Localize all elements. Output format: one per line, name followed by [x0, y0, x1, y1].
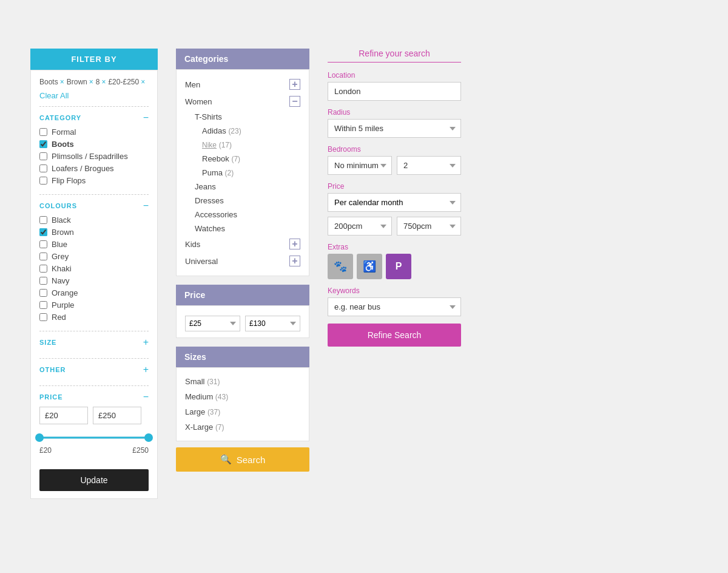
- filter-checkbox-black[interactable]: [39, 216, 47, 224]
- filter-body: Boots × Brown × 8 × £20-£250 × Clear All: [30, 70, 158, 499]
- search-icon: 🔍: [220, 454, 232, 465]
- category-toggle-men[interactable]: +: [289, 79, 300, 90]
- refine-search-button[interactable]: Refine Search: [328, 324, 461, 347]
- price-thumb-min[interactable]: [35, 433, 44, 442]
- filter-tag-size8: 8 ×: [96, 78, 106, 86]
- filter-section-category-title: CATEGORY: [39, 114, 81, 121]
- filter-checkbox-blue[interactable]: [39, 240, 47, 248]
- price-max-input[interactable]: [93, 407, 141, 424]
- extra-parking-button[interactable]: P: [386, 254, 411, 279]
- filter-checkbox-navy[interactable]: [39, 277, 47, 285]
- filter-item-blue: Blue: [39, 240, 149, 249]
- filter-checkbox-brown[interactable]: [39, 228, 47, 236]
- filter-checkbox-flipflops[interactable]: [39, 177, 47, 185]
- refine-keywords-label: Keywords: [328, 286, 461, 295]
- price-slider[interactable]: [39, 432, 149, 444]
- filter-label-navy: Navy: [52, 276, 70, 285]
- filter-checkbox-khaki[interactable]: [39, 265, 47, 273]
- filter-label-grey: Grey: [52, 252, 69, 261]
- sizes-section: Sizes Small (31) Medium (43) Large (37) …: [176, 347, 309, 441]
- filter-section-other-toggle[interactable]: +: [143, 365, 149, 375]
- category-label-women: Women: [185, 97, 212, 106]
- filter-tag-price-remove[interactable]: ×: [141, 78, 145, 86]
- filter-section-category: CATEGORY − Formal Boots Plimsolls / Espa…: [39, 106, 149, 194]
- filter-section-size: SIZE +: [39, 331, 149, 358]
- filter-checkbox-grey[interactable]: [39, 253, 47, 260]
- filter-checkbox-formal[interactable]: [39, 128, 47, 136]
- filter-checkbox-orange[interactable]: [39, 289, 47, 297]
- price-label-min: £20: [39, 446, 52, 455]
- category-sub-tshirts: T-Shirts: [195, 110, 300, 124]
- refine-bedrooms-min-select[interactable]: No minimum 1 2 3: [328, 156, 392, 175]
- update-button[interactable]: Update: [39, 469, 149, 491]
- filter-checkbox-red[interactable]: [39, 313, 47, 321]
- category-sub-reebok: Reebok (7): [195, 152, 300, 166]
- filter-label-boots: Boots: [52, 140, 74, 149]
- category-label-kids: Kids: [185, 240, 200, 249]
- parking-icon: P: [396, 261, 402, 272]
- filter-tag-size8-remove[interactable]: ×: [101, 78, 106, 86]
- filter-item-red: Red: [39, 313, 149, 322]
- price-min-select[interactable]: £25 £50 £75: [185, 316, 240, 331]
- category-toggle-kids[interactable]: +: [289, 239, 300, 249]
- clear-all-link[interactable]: Clear All: [39, 91, 149, 100]
- price-max-select[interactable]: £130 £150 £200: [245, 316, 300, 331]
- filter-item-formal: Formal: [39, 127, 149, 137]
- refine-bedrooms-row: No minimum 1 2 3 1 2 3 4: [328, 156, 461, 175]
- search-button-label: Search: [237, 455, 266, 465]
- filter-tag-boots-remove[interactable]: ×: [60, 78, 64, 86]
- filter-section-colours-toggle[interactable]: −: [143, 201, 149, 211]
- search-button[interactable]: 🔍 Search: [176, 447, 309, 472]
- filter-item-flipflops: Flip Flops: [39, 176, 149, 185]
- filter-checkbox-boots[interactable]: [39, 140, 47, 148]
- refine-radius-select[interactable]: Within 1 mile Within 5 miles Within 10 m…: [328, 119, 461, 138]
- category-sub-accessories: Accessories: [195, 208, 300, 222]
- price-min-input[interactable]: [39, 407, 88, 424]
- page-wrapper: FILTER BY Boots × Brown × 8 × £20-£250: [30, 49, 698, 499]
- refine-price-min-select[interactable]: 200pcm 300pcm 400pcm: [328, 217, 392, 236]
- filter-tag-price: £20-£250 ×: [108, 78, 145, 86]
- refine-divider: [328, 62, 461, 63]
- filter-item-orange: Orange: [39, 288, 149, 297]
- filter-tag-brown-remove[interactable]: ×: [89, 78, 93, 86]
- wheelchair-icon: ♿: [363, 260, 376, 273]
- price-section: Price £25 £50 £75 £130 £150 £200: [176, 285, 309, 338]
- price-label-max: £250: [132, 446, 149, 455]
- filter-checkbox-purple[interactable]: [39, 301, 47, 309]
- filter-tag-brown-label: Brown: [67, 78, 87, 86]
- refine-location-input[interactable]: [328, 82, 461, 101]
- refine-price-max-select[interactable]: 750pcm 1000pcm 1500pcm: [397, 217, 461, 236]
- filter-label-red: Red: [52, 313, 66, 322]
- sizes-header: Sizes: [176, 347, 309, 367]
- refine-bedrooms-max-select[interactable]: 1 2 3 4: [397, 156, 461, 175]
- extra-pet-button[interactable]: 🐾: [328, 254, 353, 279]
- refine-location-label: Location: [328, 71, 461, 80]
- category-sub-adidas: Adidas (23): [195, 124, 300, 138]
- size-item-large: Large (37): [185, 404, 300, 419]
- filter-section-price-toggle[interactable]: −: [143, 392, 149, 402]
- filter-section-price-header: PRICE −: [39, 392, 149, 402]
- refine-keywords-select[interactable]: e.g. near bus: [328, 297, 461, 316]
- price-labels: £20 £250: [39, 446, 149, 455]
- filter-checkbox-loafers[interactable]: [39, 164, 47, 172]
- refine-price-range-row: 200pcm 300pcm 400pcm 750pcm 1000pcm 1500…: [328, 217, 461, 236]
- price-slider-fill: [39, 437, 149, 439]
- category-sub-jeans: Jeans: [195, 180, 300, 194]
- refine-price-type-select[interactable]: Per calendar month Per week Per year: [328, 193, 461, 212]
- filter-checkbox-plimsolls[interactable]: [39, 152, 47, 160]
- price-thumb-max[interactable]: [144, 433, 153, 442]
- sizes-body: Small (31) Medium (43) Large (37) X-Larg…: [176, 367, 309, 441]
- filter-label-black: Black: [52, 215, 71, 225]
- category-item-men: Men +: [185, 76, 300, 93]
- filter-label-khaki: Khaki: [52, 264, 72, 273]
- category-item-women: Women −: [185, 93, 300, 110]
- size-item-xlarge: X-Large (7): [185, 419, 300, 435]
- category-toggle-women[interactable]: −: [289, 96, 300, 107]
- filter-item-brown: Brown: [39, 228, 149, 237]
- category-sub-nike: Nike (17): [195, 138, 300, 152]
- filter-section-size-toggle[interactable]: +: [143, 337, 149, 347]
- category-toggle-universal[interactable]: +: [289, 256, 300, 266]
- extra-wheelchair-button[interactable]: ♿: [357, 254, 382, 279]
- filter-item-khaki: Khaki: [39, 264, 149, 273]
- filter-section-category-toggle[interactable]: −: [143, 113, 149, 123]
